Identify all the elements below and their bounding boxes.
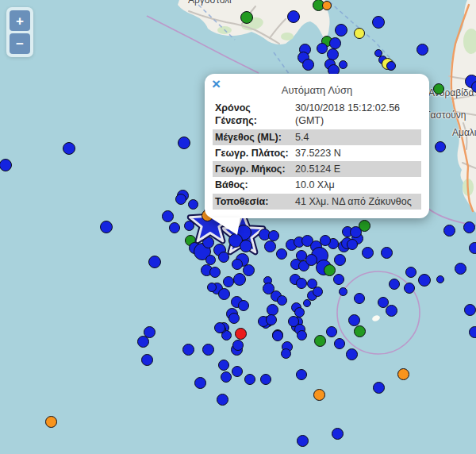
zoom-in-button[interactable]: + [10,10,30,31]
blue-earthquake-marker[interactable] [335,24,347,37]
blue-earthquake-marker[interactable] [317,43,328,54]
blue-earthquake-marker[interactable] [202,344,214,356]
blue-earthquake-marker[interactable] [418,274,431,287]
blue-earthquake-marker[interactable] [347,239,358,250]
blue-earthquake-marker[interactable] [362,247,374,259]
blue-earthquake-marker[interactable] [303,299,311,307]
blue-earthquake-marker[interactable] [436,275,444,283]
blue-earthquake-marker[interactable] [221,371,232,383]
blue-earthquake-marker[interactable] [272,330,283,341]
blue-earthquake-marker[interactable] [354,293,365,304]
blue-earthquake-marker[interactable] [232,366,243,377]
blue-earthquake-marker[interactable] [334,254,346,266]
blue-earthquake-marker[interactable] [100,221,113,233]
blue-earthquake-marker[interactable] [182,344,194,356]
blue-earthquake-marker[interactable] [305,254,317,266]
green-earthquake-marker[interactable] [314,335,326,347]
blue-earthquake-marker[interactable] [207,283,217,292]
blue-earthquake-marker[interactable] [218,252,229,263]
blue-earthquake-marker[interactable] [469,326,476,338]
blue-earthquake-marker[interactable] [178,137,190,149]
popup-close-button[interactable]: × [212,75,221,93]
blue-earthquake-marker[interactable] [464,304,476,316]
blue-earthquake-marker[interactable] [260,374,271,385]
blue-earthquake-marker[interactable] [238,300,249,311]
orange-earthquake-marker[interactable] [45,416,57,428]
blue-earthquake-marker[interactable] [0,159,12,171]
blue-earthquake-marker[interactable] [232,340,244,351]
blue-earthquake-marker[interactable] [350,226,362,238]
blue-earthquake-marker[interactable] [232,259,243,270]
blue-earthquake-marker[interactable] [372,16,385,29]
blue-earthquake-marker[interactable] [287,10,300,23]
blue-earthquake-marker[interactable] [218,360,229,371]
blue-earthquake-marker[interactable] [302,59,314,71]
blue-earthquake-marker[interactable] [297,330,307,340]
blue-earthquake-marker[interactable] [373,382,385,394]
blue-earthquake-marker[interactable] [264,240,276,252]
blue-earthquake-marker[interactable] [218,288,230,300]
blue-earthquake-marker[interactable] [416,44,428,56]
blue-earthquake-marker[interactable] [326,326,337,337]
orange-earthquake-marker[interactable] [313,389,325,401]
blue-earthquake-marker[interactable] [469,242,476,254]
orange-earthquake-marker[interactable] [397,368,409,380]
green-earthquake-marker[interactable] [324,264,336,276]
blue-earthquake-marker[interactable] [268,230,279,241]
blue-earthquake-marker[interactable] [320,235,331,246]
blue-earthquake-marker[interactable] [339,287,347,296]
blue-earthquake-marker[interactable] [141,354,153,366]
blue-earthquake-marker[interactable] [169,222,180,233]
blue-earthquake-marker[interactable] [455,263,466,275]
blue-earthquake-marker[interactable] [205,255,216,265]
blue-earthquake-marker[interactable] [281,348,291,359]
blue-earthquake-marker[interactable] [276,248,287,260]
orange-earthquake-marker[interactable] [322,1,332,10]
blue-earthquake-marker[interactable] [296,369,307,380]
blue-earthquake-marker[interactable] [435,141,446,152]
blue-earthquake-marker[interactable] [233,273,246,286]
blue-earthquake-marker[interactable] [339,60,347,69]
blue-earthquake-marker[interactable] [266,314,277,325]
blue-earthquake-marker[interactable] [277,295,287,306]
blue-earthquake-marker[interactable] [162,210,174,222]
blue-earthquake-marker[interactable] [228,313,240,324]
seismicity-map[interactable]: ΑργοστόλιΑνδραβίδαΓαστούνηΑμαλιάδα + − ×… [0,0,476,454]
blue-earthquake-marker[interactable] [296,278,307,289]
blue-earthquake-marker[interactable] [404,283,415,294]
blue-earthquake-marker[interactable] [244,374,255,385]
blue-earthquake-marker[interactable] [334,338,345,349]
green-earthquake-marker[interactable] [240,11,253,24]
blue-earthquake-marker[interactable] [332,428,344,440]
blue-earthquake-marker[interactable] [405,267,416,278]
blue-earthquake-marker[interactable] [348,314,360,326]
blue-earthquake-marker[interactable] [148,256,161,268]
zoom-out-button[interactable]: − [10,33,30,54]
blue-earthquake-marker[interactable] [333,274,344,285]
blue-earthquake-marker[interactable] [214,322,225,333]
blue-earthquake-marker[interactable] [443,225,455,237]
popup-row-label: Γεωγρ. Μήκος: [215,163,295,175]
blue-earthquake-marker[interactable] [329,37,341,49]
blue-earthquake-marker[interactable] [194,377,206,389]
blue-earthquake-marker[interactable] [381,247,393,259]
blue-earthquake-marker[interactable] [63,142,75,155]
blue-earthquake-marker[interactable] [209,267,221,278]
blue-earthquake-marker[interactable] [313,287,323,297]
blue-earthquake-marker[interactable] [386,305,397,317]
blue-earthquake-marker[interactable] [217,394,228,406]
blue-earthquake-marker[interactable] [243,264,255,276]
blue-earthquake-marker[interactable] [223,276,234,287]
blue-earthquake-marker[interactable] [346,348,358,360]
blue-earthquake-marker[interactable] [389,279,400,290]
blue-earthquake-marker[interactable] [240,240,252,252]
popup-row-label: Γεωγρ. Πλάτος: [215,147,295,160]
red-earthquake-marker[interactable] [235,328,247,340]
green-earthquake-marker[interactable] [433,83,444,94]
yellow-earthquake-marker[interactable] [354,28,365,39]
blue-earthquake-marker[interactable] [297,435,309,447]
green-earthquake-marker[interactable] [354,325,366,337]
blue-earthquake-marker[interactable] [137,336,149,348]
blue-earthquake-marker[interactable] [463,221,475,233]
blue-earthquake-marker[interactable] [386,61,396,71]
